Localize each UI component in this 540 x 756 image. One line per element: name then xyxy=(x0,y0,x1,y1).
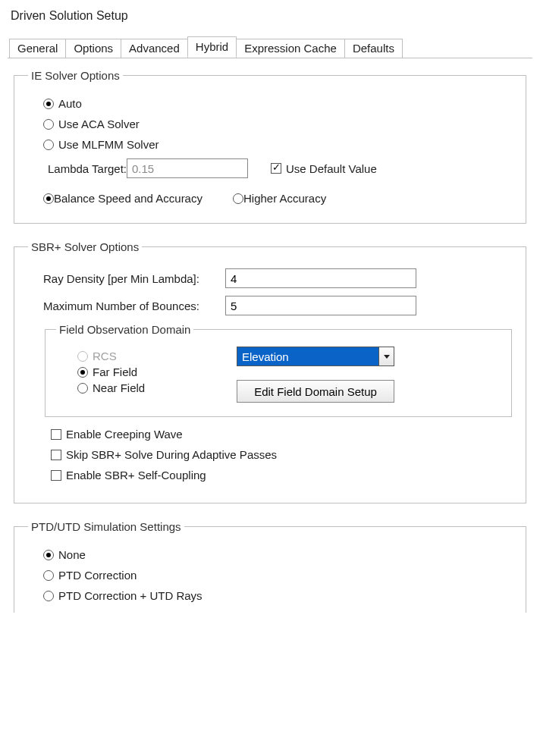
check-creeping-wave-label[interactable]: Enable Creeping Wave xyxy=(66,428,183,441)
radio-fod-near[interactable] xyxy=(77,383,88,394)
radio-ie-mlfmm-label[interactable]: Use MLFMM Solver xyxy=(58,138,159,151)
radio-ptd-correction-label[interactable]: PTD Correction xyxy=(58,569,137,582)
tab-general[interactable]: General xyxy=(9,39,66,58)
ray-density-label: Ray Density [per Min Lambda]: xyxy=(43,272,225,285)
radio-ie-aca[interactable] xyxy=(43,119,54,130)
lambda-target-input[interactable] xyxy=(127,158,248,178)
group-sbr-solver: SBR+ Solver Options Ray Density [per Min… xyxy=(14,240,526,503)
group-field-observation: Field Observation Domain RCS Far Field xyxy=(45,323,512,417)
radio-fod-far-label[interactable]: Far Field xyxy=(93,365,137,378)
check-self-coupling-label[interactable]: Enable SBR+ Self-Coupling xyxy=(66,469,206,482)
group-ptd-utd-legend: PTD/UTD Simulation Settings xyxy=(28,520,184,533)
max-bounces-label: Maximum Number of Bounces: xyxy=(43,300,225,312)
radio-ptd-utd[interactable] xyxy=(43,591,54,601)
radio-fod-rcs-label: RCS xyxy=(93,350,117,362)
lambda-target-label: Lambda Target: xyxy=(48,162,127,175)
tab-defaults[interactable]: Defaults xyxy=(344,39,403,58)
radio-higher-accuracy[interactable] xyxy=(233,193,243,204)
check-use-default-label[interactable]: Use Default Value xyxy=(286,162,377,175)
window-title: Driven Solution Setup xyxy=(11,9,532,23)
check-use-default[interactable] xyxy=(271,163,281,174)
radio-fod-far[interactable] xyxy=(77,367,88,378)
radio-ptd-correction[interactable] xyxy=(43,570,54,581)
radio-fod-rcs xyxy=(77,351,88,362)
group-field-observation-legend: Field Observation Domain xyxy=(56,323,193,336)
radio-balance[interactable] xyxy=(43,193,54,204)
check-self-coupling[interactable] xyxy=(51,470,61,481)
check-creeping-wave[interactable] xyxy=(51,429,61,440)
fod-dropdown-value: Elevation xyxy=(237,347,378,365)
check-skip-sbr[interactable] xyxy=(51,450,61,460)
tab-bar: General Options Advanced Hybrid Expressi… xyxy=(9,36,532,58)
max-bounces-input[interactable] xyxy=(225,296,416,315)
group-ptd-utd: PTD/UTD Simulation Settings None PTD Cor… xyxy=(14,520,526,613)
radio-fod-near-label[interactable]: Near Field xyxy=(93,381,145,394)
tab-hybrid[interactable]: Hybrid xyxy=(187,36,237,57)
radio-balance-label[interactable]: Balance Speed and Accuracy xyxy=(54,192,202,205)
tab-advanced[interactable]: Advanced xyxy=(121,39,188,58)
radio-ie-mlfmm[interactable] xyxy=(43,140,54,150)
ray-density-input[interactable] xyxy=(225,268,416,288)
group-ie-solver: IE Solver Options Auto Use ACA Solver Us… xyxy=(14,69,526,224)
tab-options[interactable]: Options xyxy=(65,39,121,58)
radio-ptd-none-label[interactable]: None xyxy=(58,548,86,561)
edit-field-domain-button[interactable]: Edit Field Domain Setup xyxy=(237,380,394,403)
radio-ie-auto-label[interactable]: Auto xyxy=(58,97,82,110)
chevron-down-icon xyxy=(378,347,394,365)
tab-expression-cache[interactable]: Expression Cache xyxy=(236,39,345,58)
radio-ptd-utd-label[interactable]: PTD Correction + UTD Rays xyxy=(58,589,202,602)
radio-higher-accuracy-label[interactable]: Higher Accuracy xyxy=(243,192,326,205)
group-sbr-solver-legend: SBR+ Solver Options xyxy=(28,240,142,253)
fod-dropdown[interactable]: Elevation xyxy=(237,347,394,366)
radio-ie-auto[interactable] xyxy=(43,99,54,109)
group-ie-solver-legend: IE Solver Options xyxy=(28,69,123,82)
check-skip-sbr-label[interactable]: Skip SBR+ Solve During Adaptive Passes xyxy=(66,448,277,461)
radio-ie-aca-label[interactable]: Use ACA Solver xyxy=(58,118,140,130)
radio-ptd-none[interactable] xyxy=(43,550,54,560)
